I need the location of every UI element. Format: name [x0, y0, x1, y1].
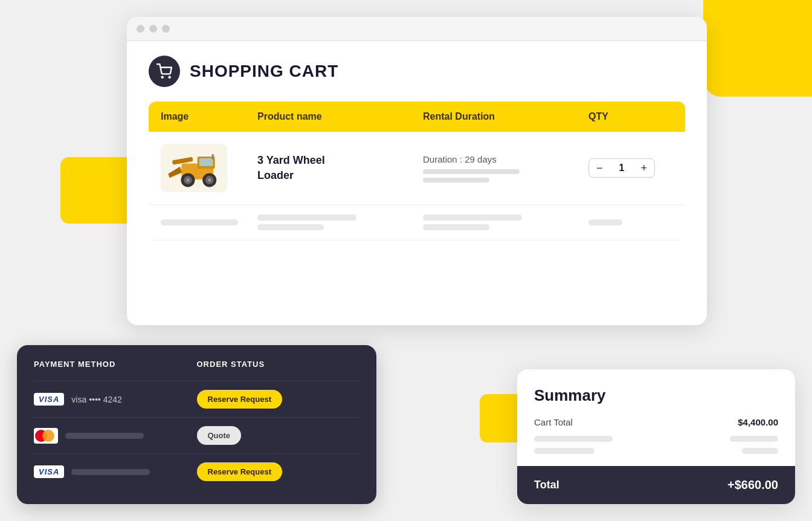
- col-header-rental-duration: Rental Duration: [423, 111, 588, 122]
- skeleton-qty: [588, 219, 622, 225]
- order-status-col-title: ORDER STATUS: [197, 360, 360, 369]
- payment-row-2: Quote: [34, 417, 359, 453]
- cart-title: SHOPPING CART: [190, 62, 338, 81]
- svg-rect-4: [199, 158, 213, 166]
- summary-footer: Total +$660.00: [517, 466, 795, 504]
- visa-badge-2: VISA: [34, 465, 64, 478]
- cart-icon: [149, 56, 180, 87]
- skeleton-row-1: [149, 205, 685, 241]
- summary-skel-left-2: [534, 448, 594, 454]
- svg-marker-6: [168, 166, 182, 177]
- qty-stepper[interactable]: − 1 +: [588, 158, 655, 178]
- cart-table-header: Image Product name Rental Duration QTY: [149, 102, 685, 132]
- browser-titlebar: [127, 17, 707, 41]
- browser-window: SHOPPING CART Image Product name Rental …: [127, 17, 707, 325]
- qty-value: 1: [619, 163, 625, 173]
- col-header-image: Image: [161, 111, 257, 122]
- summary-title: Summary: [534, 386, 778, 405]
- status-badge-2[interactable]: Quote: [197, 426, 360, 445]
- duration-cell: Duration : 29 days: [423, 154, 588, 183]
- visa-badge-1: VISA: [34, 393, 64, 406]
- col-header-qty: QTY: [588, 111, 673, 122]
- total-label: Total: [534, 479, 559, 491]
- qty-increase-button[interactable]: +: [639, 163, 648, 173]
- qty-decrease-button[interactable]: −: [595, 163, 604, 173]
- payment-method-3: VISA: [34, 465, 197, 478]
- summary-skel-right-2: [742, 448, 778, 454]
- product-image: [161, 144, 227, 192]
- duration-label: Duration : 29 days: [423, 154, 588, 164]
- summary-skel-left-1: [534, 436, 613, 442]
- duration-bar-2: [423, 178, 489, 183]
- skeleton-name-2: [257, 224, 324, 230]
- cart-table: Image Product name Rental Duration QTY: [149, 102, 685, 241]
- skeleton-name-1: [257, 215, 356, 221]
- cart-header: SHOPPING CART: [149, 56, 685, 87]
- reserve-request-badge-2[interactable]: Reserve Request: [197, 462, 283, 481]
- browser-dot-yellow: [149, 25, 157, 33]
- payment-method-1: VISA visa •••• 4242: [34, 393, 197, 406]
- summary-panel: Summary Cart Total $4,400.00 Total +$660…: [517, 369, 795, 504]
- summary-skeleton-1: [534, 436, 778, 442]
- bg-decoration-left: [60, 157, 133, 224]
- visa-card-number-1: visa •••• 4242: [71, 395, 121, 404]
- cart-total-row: Cart Total $4,400.00: [534, 417, 778, 427]
- skeleton-dur-1: [423, 215, 522, 221]
- summary-body: Summary Cart Total $4,400.00: [517, 369, 795, 454]
- product-name: 3 Yard WheelLoader: [257, 153, 423, 183]
- svg-point-0: [162, 77, 163, 78]
- summary-skel-right-1: [730, 436, 778, 442]
- reserve-request-badge-1[interactable]: Reserve Request: [197, 390, 283, 409]
- bg-decoration-top-right: [703, 0, 812, 97]
- quote-badge[interactable]: Quote: [197, 426, 242, 445]
- status-badge-1[interactable]: Reserve Request: [197, 390, 360, 409]
- skeleton-image: [161, 219, 238, 225]
- payment-col-title: PAYMENT METHOD: [34, 360, 197, 369]
- visa-skeleton-text: [71, 469, 150, 475]
- col-header-product-name: Product name: [257, 111, 423, 122]
- browser-content: SHOPPING CART Image Product name Rental …: [127, 41, 707, 255]
- duration-bar-1: [423, 169, 520, 174]
- browser-dot-red: [137, 25, 144, 33]
- skeleton-dur-2: [423, 224, 489, 230]
- cart-total-value: $4,400.00: [738, 417, 778, 427]
- product-name-cell: 3 Yard WheelLoader: [257, 153, 423, 183]
- payment-panel: PAYMENT METHOD ORDER STATUS VISA visa ••…: [17, 345, 376, 504]
- svg-point-1: [169, 77, 170, 78]
- mc-right-circle: [42, 430, 54, 442]
- total-value: +$660.00: [727, 478, 778, 492]
- cart-total-label: Cart Total: [534, 417, 573, 427]
- summary-skeleton-2: [534, 448, 778, 454]
- svg-point-9: [186, 178, 189, 181]
- payment-row-3: VISA Reserve Request: [34, 453, 359, 490]
- payment-method-2: [34, 428, 197, 444]
- payment-panel-header: PAYMENT METHOD ORDER STATUS: [34, 360, 359, 369]
- mastercard-badge: [34, 428, 58, 444]
- mastercard-skeleton-text: [65, 433, 144, 439]
- browser-dot-green: [162, 25, 170, 33]
- cart-table-row: 3 Yard WheelLoader Duration : 29 days − …: [149, 132, 685, 205]
- status-badge-3[interactable]: Reserve Request: [197, 462, 360, 481]
- svg-rect-13: [211, 154, 214, 159]
- svg-point-12: [208, 178, 211, 181]
- payment-row-1: VISA visa •••• 4242 Reserve Request: [34, 381, 359, 417]
